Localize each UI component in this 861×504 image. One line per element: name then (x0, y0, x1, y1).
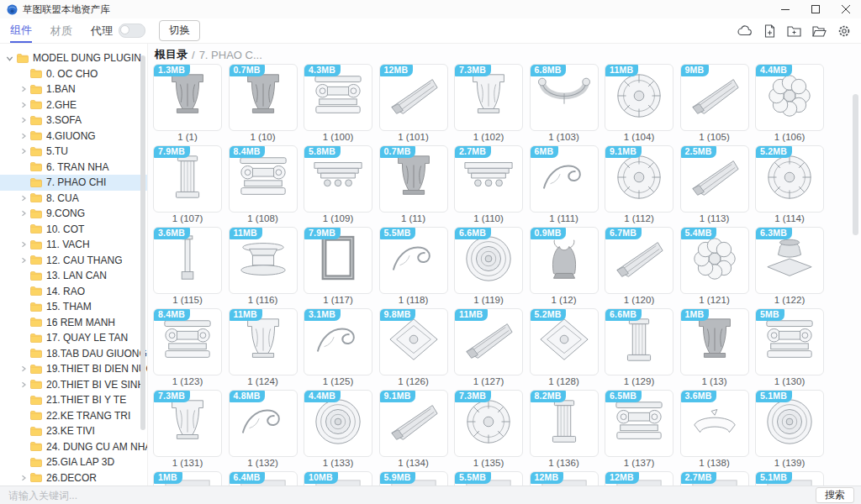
chevron-down-icon[interactable] (5, 55, 14, 62)
asset-card[interactable]: 5MB (755, 308, 824, 375)
asset-item[interactable]: 8.2MB1 (136) (530, 390, 599, 470)
asset-item[interactable]: 11MB1 (124) (229, 308, 298, 388)
asset-card[interactable]: 4.4MB (755, 64, 824, 131)
asset-card[interactable]: 8.4MB (229, 145, 298, 213)
asset-card[interactable]: 1MB (153, 471, 222, 486)
tree-item-1-ban[interactable]: 1.BAN (0, 81, 147, 97)
asset-item[interactable]: 0.9MB1 (12) (530, 227, 599, 307)
asset-item[interactable]: 9.1MB1 (112) (605, 145, 673, 225)
asset-card[interactable]: 2.5MB (680, 145, 749, 213)
asset-card[interactable]: 5.5MB (379, 227, 448, 294)
asset-card[interactable]: 3.6MB (153, 227, 222, 294)
asset-item[interactable]: 3.6MB1 (115) (153, 227, 222, 307)
asset-card[interactable]: 0.7MB (229, 64, 298, 131)
proxy-toggle[interactable] (119, 24, 145, 38)
asset-item[interactable]: 7.9MB1 (117) (304, 227, 372, 307)
asset-card[interactable]: 6MB (530, 145, 599, 213)
asset-item[interactable]: 9.8MB1 (126) (379, 308, 448, 388)
asset-item[interactable]: 2.7MB (680, 471, 749, 486)
tree-item-25-gia-lap-3d[interactable]: 25.GIA LAP 3D (0, 454, 147, 470)
tree-item-21-thiet-bi-y-te[interactable]: 21.THIET BI Y TE (0, 392, 147, 408)
asset-item[interactable]: 5.9MB (379, 471, 448, 486)
asset-card[interactable]: 6.6MB (454, 227, 523, 294)
chevron-right-icon[interactable] (18, 381, 28, 388)
file-add-icon[interactable] (763, 24, 776, 38)
asset-card[interactable]: 7.3MB (454, 390, 523, 457)
asset-item[interactable]: 5.1MB1 (139) (755, 390, 824, 470)
asset-item[interactable]: 11MB1 (127) (454, 308, 523, 388)
asset-card[interactable]: 8.2MB (530, 390, 599, 457)
asset-item[interactable]: 6.4MB (229, 471, 298, 486)
asset-item[interactable]: 7.3MB1 (135) (454, 390, 523, 470)
asset-item[interactable]: 6.8MB1 (103) (530, 64, 599, 144)
asset-card[interactable]: 6.7MB (605, 227, 673, 294)
asset-item[interactable]: 5.8MB1 (109) (304, 145, 372, 225)
tree-item-0-oc-cho[interactable]: 0. OC CHO (0, 66, 147, 82)
asset-item[interactable]: 6.7MB1 (120) (605, 227, 673, 307)
asset-item[interactable]: 12MB (605, 471, 673, 486)
tree-item-6-tran-nha[interactable]: 6. TRAN NHA (0, 160, 147, 176)
asset-card[interactable]: 6.5MB (605, 390, 673, 457)
chevron-right-icon[interactable] (18, 117, 28, 123)
asset-card[interactable]: 2.7MB (680, 471, 749, 486)
asset-item[interactable]: 5.2MB1 (114) (755, 145, 824, 225)
switch-button[interactable]: 切换 (159, 20, 200, 41)
tree-item-4-giuong[interactable]: 4.GIUONG (0, 129, 147, 144)
asset-item[interactable]: 1MB1 (13) (680, 308, 749, 388)
asset-item[interactable]: 7.3MB1 (131) (153, 390, 222, 470)
asset-item[interactable]: 5.1MB (755, 471, 824, 486)
asset-item[interactable]: 6.6MB1 (129) (605, 308, 673, 388)
chevron-right-icon[interactable] (18, 86, 28, 92)
minimize-button[interactable] (770, 0, 800, 18)
asset-card[interactable]: 7.3MB (153, 390, 222, 457)
tree-item-15-tham[interactable]: 15. THAM (0, 299, 147, 315)
tree-item-9-cong[interactable]: 9.CONG (0, 206, 147, 222)
asset-item[interactable]: 9MB1 (105) (680, 64, 749, 144)
asset-item[interactable]: 5MB1 (130) (755, 308, 824, 388)
tab-materials[interactable]: 材质 (50, 18, 72, 43)
settings-icon[interactable] (837, 24, 851, 38)
asset-card[interactable]: 1.3MB (153, 64, 222, 131)
asset-card[interactable]: 12MB (530, 471, 599, 486)
tree-item-13-lan-can[interactable]: 13. LAN CAN (0, 268, 147, 284)
tree-item-20-thiet-bi-ve-sinh[interactable]: 20.THIET BI VE SINH (0, 377, 147, 393)
asset-item[interactable]: 7.9MB1 (107) (153, 145, 222, 225)
asset-card[interactable]: 11MB (454, 308, 523, 375)
asset-card[interactable]: 9.1MB (379, 390, 448, 457)
tree-item-12-cau-thang[interactable]: 12. CAU THANG (0, 253, 147, 269)
asset-item[interactable]: 8.4MB1 (123) (153, 308, 222, 388)
asset-card[interactable]: 5.4MB (680, 227, 749, 294)
asset-card[interactable]: 6.8MB (530, 64, 599, 131)
asset-item[interactable]: 11MB1 (104) (605, 64, 673, 144)
asset-card[interactable]: 0.7MB (379, 145, 448, 213)
asset-item[interactable]: 5.5MB1 (118) (379, 227, 448, 307)
tree-item-16-rem-manh[interactable]: 16 REM MANH (0, 315, 147, 331)
folder-add-icon[interactable] (787, 25, 801, 37)
asset-card[interactable]: 9.1MB (605, 145, 673, 213)
asset-item[interactable]: 12MB1 (101) (379, 64, 448, 144)
asset-item[interactable]: 6MB1 (111) (530, 145, 599, 225)
asset-card[interactable]: 11MB (605, 64, 673, 131)
tree-item-11-vach[interactable]: 11. VACH (0, 237, 147, 253)
tree-item-24-dung-cu-am-nha[interactable]: 24. DUNG CU AM NHA (0, 439, 147, 455)
chevron-right-icon[interactable] (18, 241, 28, 248)
tree-item-10-cot[interactable]: 10. COT (0, 222, 147, 238)
asset-item[interactable]: 5.5MB (454, 471, 523, 486)
breadcrumb-root[interactable]: 根目录 (155, 47, 188, 62)
asset-item[interactable]: 6.3MB1 (122) (755, 227, 824, 307)
asset-card[interactable]: 7.3MB (454, 64, 523, 131)
asset-card[interactable]: 3.1MB (304, 308, 372, 375)
chevron-right-icon[interactable] (18, 365, 28, 372)
asset-item[interactable]: 4.4MB1 (106) (755, 64, 824, 144)
chevron-right-icon[interactable] (18, 475, 28, 481)
folder-open-icon[interactable] (812, 25, 827, 37)
asset-item[interactable]: 1MB (153, 471, 222, 486)
tree-item-22-ke-trang-tri[interactable]: 22.KE TRANG TRI (0, 408, 147, 424)
asset-card[interactable]: 5.1MB (755, 390, 824, 457)
asset-card[interactable]: 4.4MB (304, 390, 372, 457)
asset-card[interactable]: 4.8MB (229, 390, 298, 457)
asset-item[interactable]: 2.7MB1 (110) (454, 145, 523, 225)
asset-card[interactable]: 4.3MB (304, 64, 372, 131)
sidebar-scrollbar-thumb[interactable] (140, 55, 145, 430)
asset-card[interactable]: 7.9MB (304, 227, 372, 294)
